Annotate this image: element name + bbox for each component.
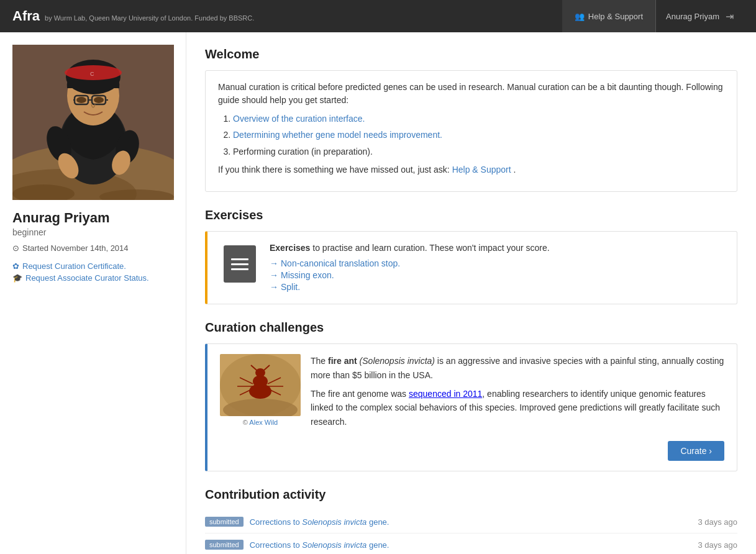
photo-caption: © Alex Wild bbox=[220, 419, 301, 426]
activity-item-1: submitted Corrections to Solenopsis invi… bbox=[205, 511, 737, 534]
logout-icon[interactable]: ⇥ bbox=[726, 11, 734, 22]
alex-wild-link[interactable]: Alex Wild bbox=[249, 419, 278, 426]
welcome-title: Welcome bbox=[205, 47, 737, 61]
user-menu[interactable]: Anurag Priyam ⇥ bbox=[656, 0, 744, 32]
exercises-title: Exercises bbox=[205, 208, 737, 222]
clock-icon: ⊙ bbox=[12, 243, 19, 253]
header: Afra by Wurm Lab, Queen Mary University … bbox=[0, 0, 756, 32]
ant-photo bbox=[220, 354, 301, 416]
activity-list: submitted Corrections to Solenopsis invi… bbox=[205, 511, 737, 554]
challenge-photo-area: © Alex Wild bbox=[220, 354, 301, 434]
started-text: Started November 14th, 2014 bbox=[22, 243, 129, 253]
arrow-icon-3: → bbox=[270, 282, 278, 292]
ask-prefix: If you think there is something we have … bbox=[218, 165, 450, 175]
help-icon: 👥 bbox=[575, 12, 585, 21]
header-right-area: 👥 Help & Support Anurag Priyam ⇥ bbox=[562, 0, 744, 32]
activity-time-2: 3 days ago bbox=[698, 540, 737, 550]
help-label: Help & Support bbox=[588, 12, 643, 21]
submitted-badge-2: submitted bbox=[205, 540, 244, 550]
graduation-icon: 🎓 bbox=[12, 273, 22, 283]
sequenced-link[interactable]: sequenced in 2011 bbox=[409, 389, 482, 399]
submitted-badge-1: submitted bbox=[205, 517, 244, 527]
exercises-rest: to practise and learn curation. These wo… bbox=[310, 243, 549, 253]
welcome-list-item-3: Performing curation (in preparation). bbox=[233, 145, 724, 158]
brand-name: Afra bbox=[12, 8, 40, 24]
challenge-desc-1: The fire ant (Solenopsis invicta) is an … bbox=[311, 354, 724, 382]
notebook-line-1 bbox=[231, 258, 248, 260]
welcome-list: Overview of the curation interface. Dete… bbox=[233, 112, 724, 158]
activity-time-1: 3 days ago bbox=[698, 517, 737, 527]
exercises-box: Exercises to practise and learn curation… bbox=[205, 231, 737, 304]
notebook-icon bbox=[224, 245, 256, 283]
curate-btn-wrapper: Curate › bbox=[220, 441, 724, 461]
performing-curation-text: Performing curation (in preparation). bbox=[233, 147, 373, 157]
notebook-line-3 bbox=[231, 268, 248, 270]
activity-item-2: submitted Corrections to Solenopsis invi… bbox=[205, 534, 737, 554]
contribution-activity-title: Contribution activity bbox=[205, 488, 737, 502]
desc2-pre: The fire ant genome was bbox=[311, 389, 409, 399]
welcome-ask: If you think there is something we have … bbox=[218, 163, 724, 176]
header-brand-area: Afra by Wurm Lab, Queen Mary University … bbox=[12, 8, 254, 24]
exercise-link-1[interactable]: →Non-canonical translation stop. bbox=[270, 258, 724, 268]
challenge-description: The fire ant (Solenopsis invicta) is an … bbox=[311, 354, 724, 434]
main-content: Welcome Manual curation is critical befo… bbox=[186, 32, 756, 554]
profile-photo: C bbox=[12, 45, 174, 200]
welcome-box: Manual curation is critical before predi… bbox=[205, 70, 737, 192]
welcome-list-item-1: Overview of the curation interface. bbox=[233, 112, 724, 125]
exercise-link-2[interactable]: →Missing exon. bbox=[270, 270, 724, 280]
exercises-icon-container bbox=[220, 242, 260, 286]
profile-links: ✿ Request Curation Certificate. 🎓 Reques… bbox=[12, 261, 173, 283]
exercises-content: Exercises to practise and learn curation… bbox=[270, 242, 724, 294]
exercises-bold: Exercises bbox=[270, 243, 310, 253]
challenge-box: © Alex Wild The fire ant (Solenopsis inv… bbox=[205, 343, 737, 471]
challenge-inner: © Alex Wild The fire ant (Solenopsis inv… bbox=[220, 354, 724, 434]
activity-link-1[interactable]: Corrections to Solenopsis invicta gene. bbox=[250, 517, 389, 527]
curation-challenges-title: Curation challenges bbox=[205, 320, 737, 335]
fire-ant-bold: fire ant bbox=[328, 356, 357, 366]
exercises-description: Exercises to practise and learn curation… bbox=[270, 242, 724, 255]
notebook-line-2 bbox=[231, 263, 248, 265]
challenge-desc-2: The fire ant genome was sequenced in 201… bbox=[311, 387, 724, 429]
caption-prefix: © bbox=[243, 419, 248, 426]
certificate-icon: ✿ bbox=[12, 261, 19, 271]
request-curator-link[interactable]: 🎓 Request Associate Curator Status. bbox=[12, 273, 173, 283]
activity-item-1-left: submitted Corrections to Solenopsis invi… bbox=[205, 517, 389, 527]
overview-link[interactable]: Overview of the curation interface. bbox=[233, 114, 365, 124]
svg-point-13 bbox=[76, 97, 86, 103]
arrow-icon-2: → bbox=[270, 270, 278, 280]
request-certificate-link[interactable]: ✿ Request Curation Certificate. bbox=[12, 261, 173, 271]
profile-started: ⊙ Started November 14th, 2014 bbox=[12, 243, 173, 253]
activity-item-2-left: submitted Corrections to Solenopsis invi… bbox=[205, 540, 389, 550]
main-layout: C Anurag Priyam beginner ⊙ Started Novem… bbox=[0, 32, 756, 554]
arrow-icon-1: → bbox=[270, 258, 278, 268]
sidebar: C Anurag Priyam beginner ⊙ Started Novem… bbox=[0, 32, 186, 554]
help-support-button[interactable]: 👥 Help & Support bbox=[562, 0, 656, 32]
header-subtitle: by Wurm Lab, Queen Mary University of Lo… bbox=[45, 14, 254, 22]
activity-link-2[interactable]: Corrections to Solenopsis invicta gene. bbox=[250, 540, 389, 550]
profile-name: Anurag Priyam bbox=[12, 210, 173, 226]
ask-suffix: . bbox=[513, 165, 516, 175]
ask-help-link[interactable]: Help & Support bbox=[452, 165, 511, 175]
desc1-pre: The bbox=[311, 356, 328, 366]
profile-level: beginner bbox=[12, 227, 173, 237]
notebook-lines bbox=[231, 258, 248, 270]
svg-text:C: C bbox=[90, 71, 94, 77]
user-name: Anurag Priyam bbox=[666, 12, 719, 21]
gene-model-link[interactable]: Determining whether gene model needs imp… bbox=[233, 130, 442, 140]
exercise-link-3[interactable]: →Split. bbox=[270, 282, 724, 292]
curate-button[interactable]: Curate › bbox=[668, 441, 724, 461]
welcome-list-item-2: Determining whether gene model needs imp… bbox=[233, 128, 724, 142]
welcome-intro: Manual curation is critical before predi… bbox=[218, 81, 724, 107]
svg-point-14 bbox=[94, 97, 104, 103]
species-name: (Solenopsis invicta) bbox=[357, 356, 435, 366]
